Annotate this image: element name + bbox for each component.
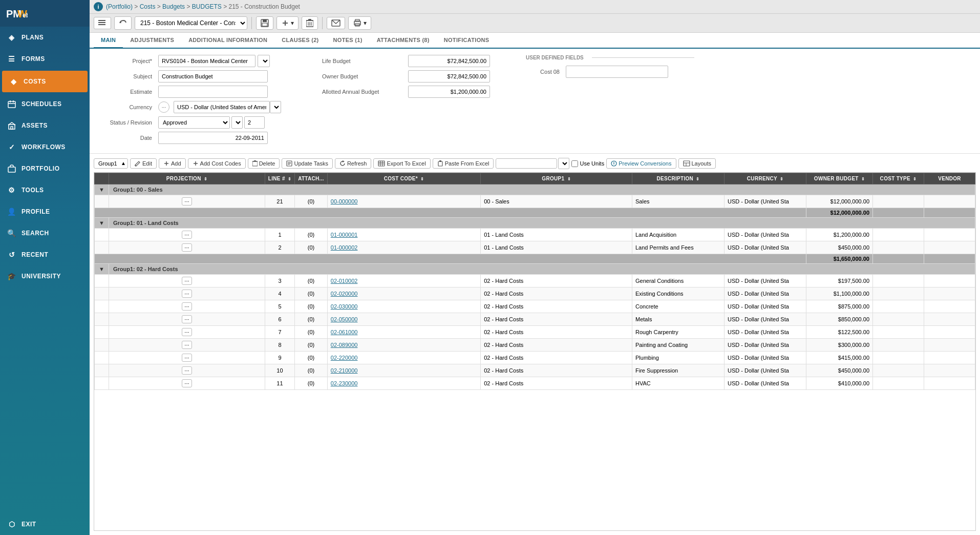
update-tasks-button[interactable]: Update Tasks [282,158,332,169]
delete-button[interactable] [302,16,318,30]
breadcrumb-costs[interactable]: Costs [140,3,156,10]
use-units-checkbox[interactable] [571,160,578,167]
row-cost-code[interactable]: 01-000002 [327,241,480,254]
info-icon[interactable]: i [94,2,103,11]
list-view-button[interactable] [94,17,111,29]
row-projection[interactable]: ··· [109,195,265,208]
add-cost-codes-button[interactable]: Add Cost Codes [188,158,246,169]
sidebar-item-forms[interactable]: ☰ FORMS [0,48,90,70]
edit-button[interactable]: Edit [130,158,157,169]
tab-notifications[interactable]: NOTIFICATIONS [437,33,497,49]
actions-btn[interactable]: ··· [182,290,191,298]
col-projection[interactable]: PROJECTION ⇕ [109,173,265,184]
estimate-input[interactable] [158,86,268,98]
cost-code-link[interactable]: 02-050000 [331,316,358,322]
col-currency[interactable]: CURRENCY ⇕ [725,173,806,184]
project-input[interactable] [158,55,255,67]
tab-additional[interactable]: ADDITIONAL INFORMATION [181,33,274,49]
breadcrumb-budgets[interactable]: Budgets [162,3,185,10]
life-budget-input[interactable] [408,55,490,67]
add-button[interactable]: ▾ [276,16,299,30]
col-cost-code[interactable]: COST CODE* ⇕ [327,173,480,184]
group-expand-02[interactable]: ▼ [95,264,109,275]
sidebar-item-workflows[interactable]: ✓ WORKFLOWS [0,136,90,158]
actions-btn[interactable]: ··· [182,315,191,323]
sidebar-item-recent[interactable]: ↺ RECENT [0,244,90,265]
use-units-label[interactable]: Use Units [571,160,604,167]
date-input[interactable] [158,132,268,144]
undo-button[interactable] [114,16,132,30]
col-vendor[interactable]: VENDOR [924,173,975,184]
search-filter-select[interactable]: ▾ [558,158,569,169]
export-excel-button[interactable]: Export To Excel [373,158,430,169]
actions-btn[interactable]: ··· [182,354,191,362]
sidebar-item-tools[interactable]: ⚙ TOOLS [0,179,90,201]
cost-code-link[interactable]: 02-061000 [331,329,358,335]
actions-btn[interactable]: ··· [182,243,191,252]
actions-btn[interactable]: ··· [182,277,191,285]
sidebar-item-university[interactable]: 🎓 UNIVERSITY [0,265,90,287]
sidebar-item-plans[interactable]: ◈ PLANS [0,27,90,48]
actions-btn[interactable]: ··· [182,197,191,205]
cost-code-link[interactable]: 00-000000 [331,198,358,204]
currency-input[interactable] [174,101,270,113]
cost-code-link[interactable]: 02-030000 [331,303,358,310]
cost-code-link[interactable]: 02-230000 [331,380,358,386]
sidebar-item-exit[interactable]: ⬡ EXIT [0,513,90,535]
actions-btn[interactable]: ··· [182,231,191,239]
grid-search-input[interactable] [496,158,557,169]
tab-attachments[interactable]: ATTACHMENTS (8) [370,33,437,49]
breadcrumb-budgets2[interactable]: BUDGETS [192,3,222,10]
owner-budget-input[interactable] [408,70,490,83]
col-cost-type[interactable]: COST TYPE ⇕ [873,173,924,184]
table-container[interactable]: PROJECTION ⇕ LINE # ⇕ ATTACH... COST COD… [94,172,976,531]
currency-dots-btn[interactable]: ··· [158,101,169,113]
actions-btn[interactable]: ··· [182,341,191,349]
allotted-input[interactable] [408,86,490,98]
cost-code-link[interactable]: 01-000002 [331,244,358,251]
cost-code-link[interactable]: 02-010002 [331,278,358,284]
sidebar-item-schedules[interactable]: SCHEDULES [0,93,90,115]
cost-code-link[interactable]: 01-000001 [331,232,358,238]
sidebar-item-costs[interactable]: ◆ COSTS [2,71,88,92]
tab-adjustments[interactable]: ADJUSTMENTS [123,33,181,49]
cost-code-link[interactable]: 02-220000 [331,355,358,361]
cost-code-link[interactable]: 02-089000 [331,342,358,348]
sidebar-item-assets[interactable]: ASSETS [0,115,90,136]
sidebar-item-search[interactable]: 🔍 SEARCH [0,222,90,244]
col-description[interactable]: DESCRIPTION ⇕ [632,173,725,184]
print-button[interactable]: ▾ [348,16,371,30]
group-select[interactable]: Group1 [94,158,128,169]
group-expand-01[interactable]: ▼ [95,218,109,229]
email-button[interactable] [327,17,345,29]
breadcrumb-portfolio[interactable]: (Portfolio) [106,3,133,10]
currency-select[interactable]: ▾ [270,101,281,113]
actions-btn[interactable]: ··· [182,366,191,375]
col-attachments[interactable]: ATTACH... [295,173,328,184]
layouts-button[interactable]: Layouts [678,158,716,169]
actions-btn[interactable]: ··· [182,302,191,311]
project-select-arrow[interactable]: ▾ [258,55,270,67]
group-expand-00[interactable]: ▼ [95,184,109,195]
col-line[interactable]: LINE # ⇕ [265,173,294,184]
col-group1[interactable]: GROUP1 ⇕ [481,173,632,184]
paste-excel-button[interactable]: Paste From Excel [433,158,494,169]
actions-btn[interactable]: ··· [182,328,191,336]
tab-notes[interactable]: NOTES (1) [326,33,370,49]
row-cost-code[interactable]: 00-000000 [327,195,480,208]
revision-input[interactable] [244,116,265,129]
save-button[interactable] [256,16,273,30]
subject-input[interactable] [158,70,268,83]
status-select[interactable]: Approved [158,116,230,129]
cost-code-link[interactable]: 02-210000 [331,367,358,374]
grid-delete-button[interactable]: Delete [248,158,280,169]
tab-main[interactable]: MAIN [94,33,123,49]
cost08-input[interactable] [566,66,668,78]
sidebar-item-portfolio[interactable]: PORTFOLIO [0,158,90,179]
row-projection[interactable]: ··· [109,241,265,254]
cost-code-link[interactable]: 02-020000 [331,291,358,297]
preview-conversions-button[interactable]: Preview Conversions [606,158,676,169]
project-selector[interactable]: 215 - Boston Medical Center - Const... [135,16,247,30]
row-projection[interactable]: ··· [109,229,265,241]
row-cost-code[interactable]: 01-000001 [327,229,480,241]
